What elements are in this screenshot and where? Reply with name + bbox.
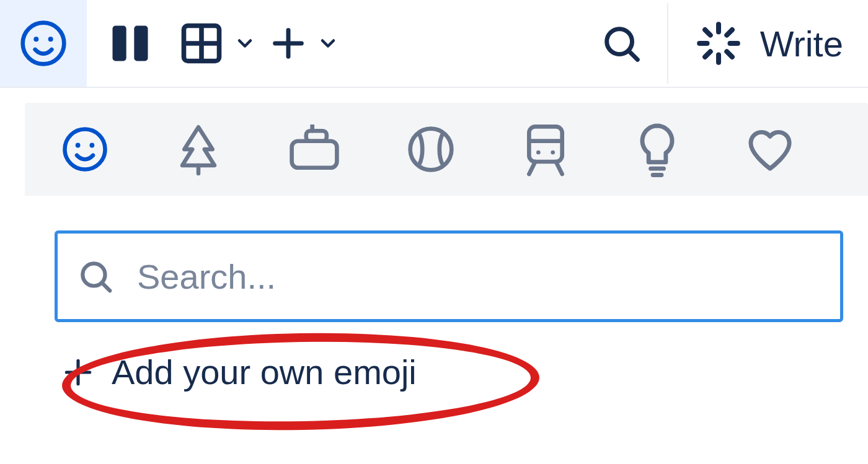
editor-toolbar: Write — [0, 0, 868, 88]
emoji-picker: Add your own emoji — [0, 88, 868, 392]
svg-point-20 — [65, 129, 105, 170]
add-own-emoji-label: Add your own emoji — [112, 352, 417, 392]
spinner-icon — [696, 20, 742, 66]
emoji-tab-frequent[interactable] — [61, 121, 109, 177]
svg-point-30 — [536, 151, 541, 155]
emoji-tab-flags[interactable] — [861, 121, 868, 177]
emoji-tab-nature[interactable] — [174, 121, 223, 177]
emoji-tab-objects[interactable] — [636, 121, 679, 177]
svg-line-32 — [529, 162, 535, 174]
smiley-icon — [19, 19, 68, 68]
svg-point-31 — [551, 151, 555, 155]
emoji-tab-travel[interactable] — [521, 121, 570, 177]
toolbar-divider — [667, 3, 668, 84]
svg-point-22 — [89, 143, 94, 148]
emoji-search-row — [25, 196, 868, 322]
svg-line-14 — [705, 30, 711, 35]
insert-button[interactable] — [260, 0, 347, 87]
train-icon — [521, 122, 570, 177]
find-button[interactable] — [578, 0, 665, 87]
add-own-emoji-button[interactable]: Add your own emoji — [25, 352, 868, 392]
svg-line-19 — [727, 30, 732, 35]
write-label: Write — [760, 23, 843, 64]
emoji-button[interactable] — [0, 0, 87, 87]
emoji-search-box[interactable] — [55, 230, 843, 322]
plus-icon — [61, 355, 95, 390]
svg-line-33 — [556, 162, 562, 174]
emoji-tab-food[interactable] — [288, 121, 341, 177]
chevron-down-icon — [234, 32, 256, 55]
svg-line-15 — [727, 51, 732, 57]
chevron-down-icon — [317, 32, 339, 55]
emoji-search-input[interactable] — [136, 256, 822, 297]
svg-point-1 — [33, 37, 38, 42]
flag-icon — [861, 123, 868, 175]
table-icon — [178, 20, 225, 67]
table-button[interactable] — [174, 0, 260, 87]
svg-line-18 — [705, 51, 711, 57]
emoji-tab-symbols[interactable] — [744, 121, 796, 177]
tree-icon — [174, 122, 223, 177]
svg-point-0 — [23, 23, 64, 64]
svg-line-11 — [628, 51, 637, 60]
svg-rect-4 — [134, 26, 148, 61]
heart-icon — [744, 126, 796, 173]
svg-line-38 — [102, 282, 110, 291]
svg-point-2 — [48, 37, 53, 42]
svg-point-27 — [410, 129, 452, 170]
layouts-button[interactable] — [87, 0, 174, 87]
write-button[interactable]: Write — [671, 20, 857, 66]
svg-rect-3 — [113, 26, 126, 61]
columns-icon — [107, 20, 154, 67]
svg-rect-24 — [292, 141, 337, 168]
lightbulb-icon — [636, 121, 679, 177]
ball-icon — [406, 125, 456, 174]
emoji-tab-activity[interactable] — [406, 121, 456, 177]
svg-rect-25 — [306, 131, 327, 141]
camera-icon — [288, 125, 341, 174]
emoji-category-tabs — [25, 103, 868, 196]
search-icon — [76, 257, 115, 295]
search-icon — [600, 22, 643, 65]
plus-icon — [268, 24, 308, 63]
smiley-icon — [61, 125, 109, 173]
svg-rect-28 — [529, 126, 562, 162]
svg-point-21 — [76, 143, 81, 148]
